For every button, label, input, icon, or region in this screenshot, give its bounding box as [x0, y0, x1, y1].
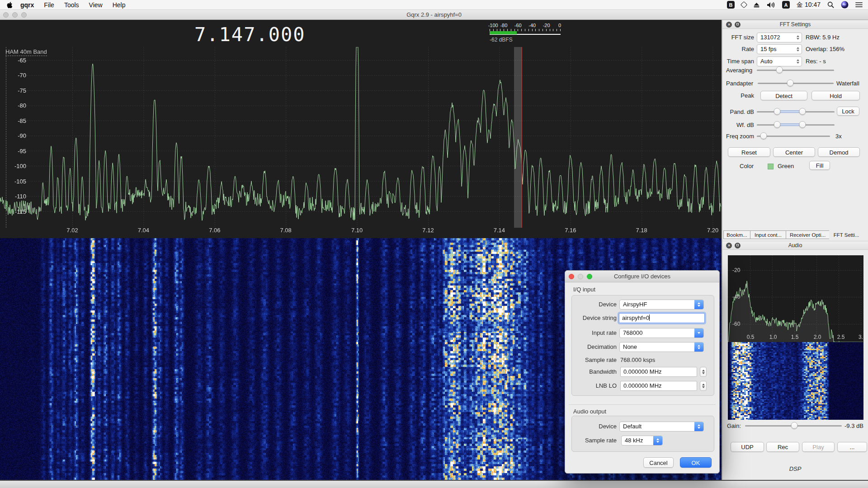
slider-thumb[interactable] [787, 80, 794, 86]
tuning-line[interactable] [521, 47, 522, 228]
menu-bar: gqrxFileToolsViewHelp BA金 10:47 [0, 0, 868, 10]
notification-center-icon[interactable] [855, 1, 863, 9]
meter-tick-label: 0 [558, 23, 561, 28]
meter-tick-label: -40 [528, 23, 536, 28]
output-sample-rate-select[interactable]: 48 kHz [621, 436, 663, 446]
stepper-icon[interactable] [694, 422, 703, 431]
spectrum-plot[interactable] [0, 47, 722, 228]
pandapter-db-label: Pand. dB [722, 108, 754, 117]
stepper-icon[interactable] [700, 367, 707, 377]
time-span-select[interactable]: Auto [757, 56, 802, 66]
stepper-icon[interactable] [794, 57, 802, 66]
tab-bookm[interactable]: Bookm... [723, 230, 750, 239]
band-plan-label: HAM 40m Band [5, 48, 47, 56]
audio-play-button[interactable]: Play [802, 442, 835, 452]
spotlight-search-icon[interactable] [827, 1, 834, 9]
menu-file[interactable]: File [39, 0, 59, 10]
device-select[interactable]: AirspyHF [619, 300, 704, 310]
tab-inputcont[interactable]: Input cont... [750, 230, 786, 239]
fft-settings-title: FFT Settings [722, 20, 868, 29]
color-label: Color [740, 162, 754, 171]
pandapter-db-range-slider[interactable] [757, 108, 835, 116]
frequency-display[interactable]: 7.147.000 [194, 23, 306, 46]
dropdown-arrow-icon[interactable] [694, 328, 703, 338]
slider-thumb[interactable] [799, 108, 806, 115]
gain-slider[interactable] [745, 422, 842, 430]
rate-select[interactable]: 15 fps [757, 44, 802, 54]
slider-thumb[interactable] [774, 121, 780, 128]
db-axis-label: -75 [8, 87, 26, 94]
slider-thumb[interactable] [760, 132, 767, 139]
freq-zoom-slider[interactable] [757, 132, 830, 140]
peak-hold-button[interactable]: Hold [811, 91, 860, 100]
audio-db-label: -60 [732, 321, 740, 327]
audio-waterfall[interactable] [728, 342, 863, 420]
slider-thumb[interactable] [791, 422, 798, 429]
peak-detect-button[interactable]: Detect [760, 91, 807, 100]
decimation-select[interactable]: None [619, 342, 704, 352]
stepper-icon[interactable] [700, 381, 707, 391]
eject-icon[interactable] [753, 1, 760, 9]
tab-fftsetti[interactable]: FFT Setti... [829, 230, 863, 239]
meter-bar [490, 31, 561, 35]
menu-view[interactable]: View [84, 0, 108, 10]
device-string-value: airspyhf=0 [619, 314, 649, 323]
menu-tools[interactable]: Tools [59, 0, 84, 10]
window-title-bar: Gqrx 2.9 - airspyhf=0 [0, 10, 868, 20]
decimation-label: Decimation [569, 342, 617, 352]
center-button[interactable]: Center [773, 147, 815, 157]
audio-output-section-label: Audio output [573, 408, 606, 415]
averaging-slider[interactable] [757, 66, 834, 74]
iq-input-section-label: I/Q input [573, 286, 595, 293]
frequency-axis-label: 7.08 [280, 227, 292, 234]
fft-size-select[interactable]: 131072 [757, 33, 802, 42]
waterfall-label: Waterfall [836, 79, 859, 88]
slider-thumb[interactable] [776, 66, 783, 73]
input-rate-select[interactable]: 768000 [619, 328, 704, 338]
volume-icon[interactable] [767, 1, 775, 9]
pandapter-waterfall-split-slider[interactable] [758, 79, 834, 87]
slider-thumb[interactable] [774, 108, 780, 115]
audio-options-button[interactable]: ... [837, 442, 867, 452]
stepper-icon[interactable] [694, 300, 703, 309]
frequency-axis-label: 7.14 [494, 227, 505, 234]
bottom-strip [0, 480, 868, 488]
menu-gqrx[interactable]: gqrx [15, 0, 39, 10]
bandwidth-input[interactable]: 0.000000 MHz [620, 367, 697, 377]
freq-zoom-label: Freq zoom [726, 132, 754, 141]
color-swatch[interactable] [768, 164, 774, 169]
audio-udp-button[interactable]: UDP [731, 442, 764, 452]
diamond-shape [741, 1, 748, 9]
sample-rate-label: Sample rate [569, 355, 617, 365]
demod-button[interactable]: Demod [818, 147, 860, 157]
tab-receiveropti[interactable]: Receiver Opti... [786, 230, 830, 239]
reset-button[interactable]: Reset [728, 147, 770, 157]
apple-menu-icon[interactable] [6, 1, 14, 9]
stepper-icon[interactable] [794, 33, 802, 42]
audio-output-groupbox [571, 416, 714, 452]
stepper-icon[interactable] [653, 436, 662, 445]
pandapter-label: Pandapter [726, 79, 753, 88]
lnb-lo-input[interactable]: 0.000000 MHz [620, 381, 697, 391]
audio-rec-button[interactable]: Rec [766, 442, 799, 452]
input-source-a-icon[interactable]: A [782, 1, 790, 9]
device-string-input[interactable]: airspyhf=0 [619, 313, 705, 323]
slider-thumb[interactable] [799, 121, 806, 128]
diamond-icon[interactable] [741, 1, 746, 9]
waterfall-db-range-slider[interactable] [757, 121, 835, 129]
siri-icon[interactable] [841, 1, 849, 9]
app-badge-b-icon[interactable]: B [727, 1, 735, 9]
menu-clock[interactable]: 金 10:47 [797, 1, 821, 9]
audio-fft-plot[interactable] [728, 255, 863, 342]
signal-strength-meter: -100-80-60-40-200 -62 dBFS [490, 23, 561, 43]
ok-button[interactable]: OK [680, 457, 712, 468]
filter-bandwidth-overlay[interactable] [514, 47, 521, 228]
output-device-select[interactable]: Default [619, 422, 704, 432]
stepper-icon[interactable] [794, 45, 802, 54]
lock-button[interactable]: Lock [837, 107, 859, 116]
audio-freq-label: 3. [859, 334, 863, 340]
stepper-icon[interactable] [694, 343, 703, 352]
fill-button[interactable]: Fill [809, 161, 830, 170]
menu-help[interactable]: Help [108, 0, 131, 10]
cancel-button[interactable]: Cancel [643, 457, 674, 468]
